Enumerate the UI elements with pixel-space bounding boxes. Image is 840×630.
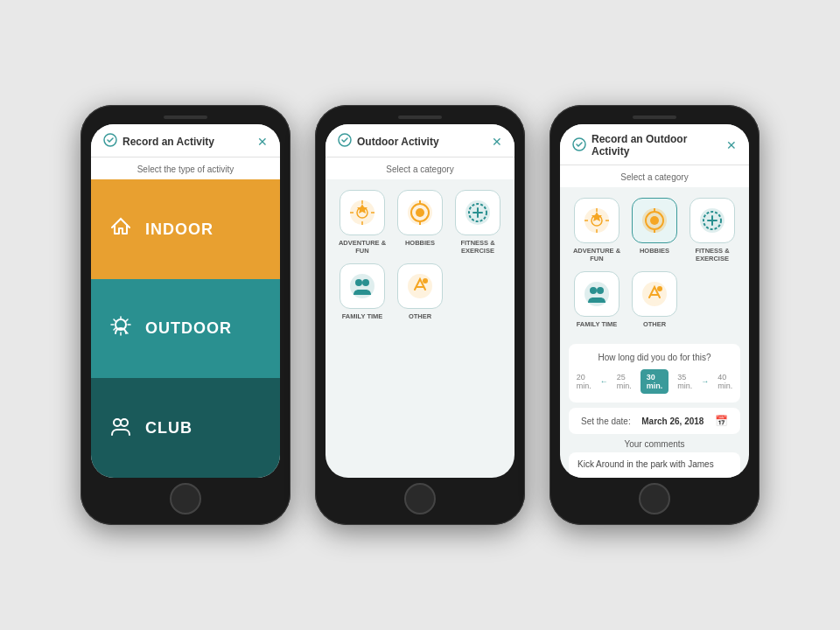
category-family-2[interactable]: FAMILY TIME (338, 263, 387, 320)
adventure-label-3: ADVENTURE &FUN (573, 247, 620, 262)
phone2-home-btn[interactable] (404, 483, 436, 514)
fitness-icon-wrap-3 (690, 198, 735, 243)
phones-container: Record an Activity ✕ Select the type of … (80, 105, 760, 525)
category-hobbies-2[interactable]: HOBBIES (396, 190, 444, 255)
hobbies-icon-wrap-2 (397, 190, 443, 235)
category-fitness-2[interactable]: FITNESS &EXERCISE (453, 190, 502, 255)
outdoor-label: OUTDOOR (145, 319, 232, 338)
phone2-subtitle: Select a category (326, 158, 514, 179)
svg-point-13 (416, 208, 424, 217)
phone-2: Outdoor Activity ✕ Select a category (315, 105, 525, 525)
activity-list: INDOOR OUTDOOR (91, 179, 280, 478)
svg-point-3 (121, 419, 128, 426)
phone-screen-2: Outdoor Activity ✕ Select a category (326, 124, 514, 478)
phone-speaker-2 (398, 116, 442, 119)
comments-title: Your comments (569, 439, 740, 449)
adventure-icon-wrap-2 (340, 190, 385, 235)
record-activity-icon (103, 133, 117, 150)
phone3-close-btn[interactable]: ✕ (726, 138, 737, 152)
date-value: March 26, 2018 (641, 416, 704, 426)
duration-30[interactable]: 30 min. (640, 369, 669, 394)
svg-point-38 (590, 287, 597, 294)
category-other-2[interactable]: OTHER (396, 263, 444, 320)
phone3-title: Record an Outdoor Activity (592, 133, 726, 158)
comments-box[interactable]: Kick Around in the park with James (569, 452, 740, 478)
family-icon-wrap-3 (574, 271, 620, 317)
phone1-header: Record an Activity ✕ (91, 124, 280, 158)
svg-point-2 (114, 419, 121, 426)
family-icon-wrap-2 (340, 263, 385, 309)
phone3-category-grid: ADVENTURE &FUN (560, 187, 749, 339)
comments-section: Your comments Kick Around in the park wi… (569, 439, 740, 478)
phone3-home-btn[interactable] (639, 483, 670, 514)
header-left-2: Outdoor Activity (338, 133, 439, 150)
category-hobbies-3[interactable]: HOBBIES (630, 198, 679, 262)
duration-20[interactable]: 20 min. (571, 370, 597, 393)
screen-content-3: Record an Outdoor Activity ✕ Select a ca… (560, 124, 749, 478)
phone2-header: Outdoor Activity ✕ (326, 124, 514, 158)
phone-3: Record an Outdoor Activity ✕ Select a ca… (550, 105, 760, 525)
duration-25[interactable]: 25 min. (612, 370, 637, 393)
club-label: CLUB (145, 419, 192, 438)
screen-content-1: Record an Activity ✕ Select the type of … (91, 124, 280, 478)
phone3-header: Record an Outdoor Activity ✕ (560, 124, 749, 165)
duration-35[interactable]: 35 min. (672, 370, 697, 393)
record-outdoor-icon (572, 137, 586, 154)
other-icon-wrap-3 (632, 271, 677, 317)
other-label-2: OTHER (409, 312, 431, 320)
fitness-icon-wrap-2 (455, 190, 500, 235)
family-label-2: FAMILY TIME (342, 312, 383, 320)
fitness-label-2: FITNESS &EXERCISE (460, 239, 494, 255)
club-icon (108, 414, 133, 443)
date-section: Set the date: March 26, 2018 📅 (569, 408, 740, 434)
phone2-category-grid: ADVENTURE &FUN (326, 179, 514, 478)
phone-speaker-3 (633, 116, 676, 119)
duration-section: How long did you do for this? 20 min. ← … (569, 344, 740, 402)
family-label-3: FAMILY TIME (577, 320, 618, 328)
phone3-subtitle: Select a category (560, 165, 749, 187)
category-adventure-2[interactable]: ADVENTURE &FUN (338, 190, 387, 255)
duration-title: How long did you do for this? (581, 353, 728, 362)
svg-point-39 (597, 287, 604, 294)
phone-screen-3: Record an Outdoor Activity ✕ Select a ca… (560, 124, 749, 478)
phone-screen-1: Record an Activity ✕ Select the type of … (91, 124, 280, 478)
outdoor-activity-icon (338, 133, 352, 150)
adventure-label-2: ADVENTURE &FUN (339, 239, 386, 255)
indoor-icon (108, 215, 133, 244)
hobbies-icon-wrap-3 (632, 198, 677, 243)
indoor-activity-item[interactable]: INDOOR (91, 179, 280, 279)
category-fitness-3[interactable]: FITNESS &EXERCISE (688, 198, 737, 262)
category-adventure-3[interactable]: ADVENTURE &FUN (572, 198, 621, 262)
phone-speaker-1 (164, 116, 207, 119)
adventure-icon-wrap-3 (574, 198, 620, 243)
category-other-3[interactable]: OTHER (630, 271, 679, 328)
date-label: Set the date: (581, 416, 631, 426)
fitness-label-3: FITNESS &EXERCISE (695, 247, 729, 262)
svg-point-20 (362, 279, 369, 286)
other-label-3: OTHER (643, 320, 666, 328)
calendar-icon[interactable]: 📅 (715, 415, 728, 427)
phone-1: Record an Activity ✕ Select the type of … (80, 105, 290, 525)
svg-point-19 (355, 279, 362, 286)
screen-content-2: Outdoor Activity ✕ Select a category (326, 124, 514, 478)
category-family-3[interactable]: FAMILY TIME (572, 271, 621, 328)
svg-point-22 (423, 278, 428, 284)
phone1-home-btn[interactable] (170, 483, 201, 514)
club-activity-item[interactable]: CLUB (91, 378, 280, 478)
indoor-label: INDOOR (145, 220, 214, 239)
arrow-left: ← (600, 377, 608, 386)
hobbies-label-2: HOBBIES (405, 239, 435, 247)
arrow-right: → (701, 377, 709, 386)
other-icon-wrap-2 (397, 263, 443, 309)
outdoor-icon (108, 314, 133, 343)
outdoor-activity-item[interactable]: OUTDOOR (91, 279, 280, 379)
hobbies-label-3: HOBBIES (640, 247, 669, 255)
duration-40[interactable]: 40 min. (712, 370, 738, 393)
header-left-1: Record an Activity (103, 133, 214, 150)
phone1-title: Record an Activity (122, 136, 214, 148)
duration-options: 20 min. ← 25 min. 30 min. 35 min. → 40 m… (581, 369, 728, 394)
phone1-close-btn[interactable]: ✕ (257, 135, 268, 149)
phone2-close-btn[interactable]: ✕ (492, 135, 502, 149)
phone1-subtitle: Select the type of activity (91, 158, 280, 179)
header-left-3: Record an Outdoor Activity (572, 133, 726, 158)
